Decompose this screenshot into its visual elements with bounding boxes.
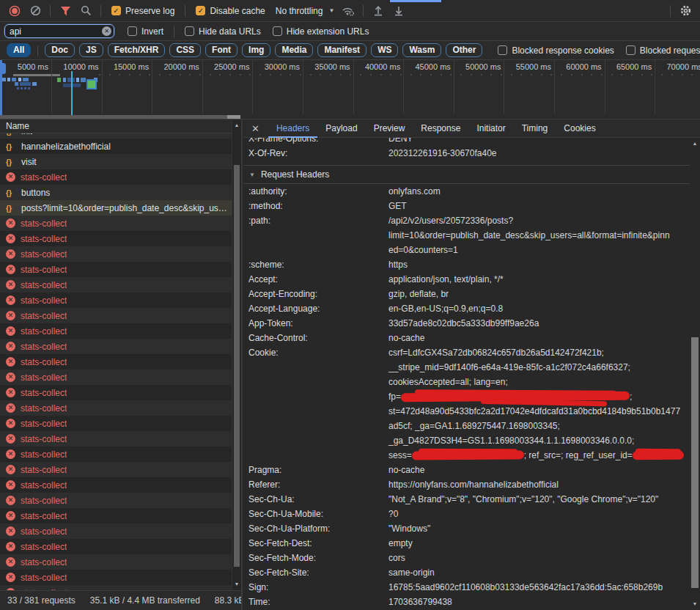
filter-input[interactable] — [4, 24, 114, 38]
request-row[interactable]: ✕stats-collect — [0, 416, 232, 431]
request-row[interactable]: ✕stats-collect — [0, 570, 232, 585]
tab-response[interactable]: Response — [413, 120, 468, 138]
filter-pill-manifest[interactable]: Manifest — [317, 43, 366, 57]
tab-headers[interactable]: Headers — [268, 120, 317, 138]
header-value: 202312261916-30670fa40e — [388, 146, 690, 161]
request-row[interactable]: {}hannahelizabethofficial — [0, 139, 232, 154]
tab-payload[interactable]: Payload — [317, 120, 365, 138]
request-row[interactable]: ✕stats-collect — [0, 354, 232, 370]
import-har-icon[interactable] — [370, 3, 386, 19]
request-row[interactable]: ✕stats-collect — [0, 169, 232, 185]
filter-pill-media[interactable]: Media — [275, 43, 313, 57]
filter-pill-other[interactable]: Other — [446, 43, 482, 57]
scroll-up-icon[interactable]: ▲ — [232, 121, 241, 130]
request-row[interactable]: ✕stats-collect — [0, 385, 232, 400]
throttling-value: No throttling — [276, 6, 323, 16]
request-row[interactable]: ✕stats-collect — [0, 216, 232, 231]
filter-pill-js[interactable]: JS — [79, 43, 103, 57]
request-row[interactable]: ✕stats-collect — [0, 246, 232, 262]
blocked-request-icon: ✕ — [6, 280, 15, 290]
checkbox-blocked-response-cookies[interactable]: Blocked response cookies — [498, 45, 614, 56]
close-icon[interactable]: ✕ — [251, 123, 259, 134]
scrollbar-thumb[interactable] — [691, 337, 699, 588]
filter-pill-ws[interactable]: WS — [371, 43, 398, 57]
selected-request-marker — [86, 79, 97, 89]
filter-icon[interactable] — [57, 3, 73, 19]
request-row[interactable]: ✕stats-collect — [0, 308, 232, 323]
filter-pill-doc[interactable]: Doc — [45, 43, 75, 57]
checkbox-check: ✓ — [196, 6, 205, 15]
clear-icon[interactable] — [27, 3, 43, 19]
divider — [185, 5, 185, 17]
requests-count: 33 / 381 requests — [7, 595, 75, 606]
request-name: buttons — [21, 188, 50, 198]
invert-checkbox[interactable]: Invert — [128, 26, 163, 37]
request-row[interactable]: ✕stats-collect — [0, 431, 232, 447]
request-row[interactable]: ✕stats-collect — [0, 447, 232, 462]
hide-data-urls-checkbox[interactable]: Hide data URLs — [185, 26, 261, 37]
throttling-dropdown[interactable]: No throttling ▼ — [276, 6, 335, 16]
request-row[interactable]: {}visit — [0, 154, 232, 169]
request-row[interactable]: ✕stats-collect — [0, 400, 232, 416]
request-row[interactable]: ✕stats-collect — [0, 493, 232, 508]
checkbox-blocked-requests[interactable]: Blocked requests — [626, 45, 700, 56]
settings-gear-icon[interactable] — [677, 3, 693, 19]
request-row[interactable]: {}init — [0, 133, 232, 139]
request-name: stats-collect — [21, 265, 67, 275]
clear-filter-icon[interactable]: ✕ — [102, 26, 111, 36]
scroll-up-icon[interactable]: ▲ — [690, 139, 700, 148]
requests-scrollbar[interactable]: ▲ ▼ — [232, 120, 241, 590]
blocked-request-icon: ✕ — [6, 419, 15, 428]
request-row[interactable]: ✕stats-collect — [0, 477, 232, 493]
timeline-tick-label: 35000 ms — [296, 62, 350, 71]
request-row[interactable]: {}posts?limit=10&order=publish_date_desc… — [0, 200, 232, 216]
request-row[interactable]: ✕stats-collect — [0, 539, 232, 554]
header-row: :method:GET — [244, 199, 690, 213]
request-row[interactable]: ✕stats-collect — [0, 523, 232, 539]
filter-pill-img[interactable]: Img — [242, 43, 270, 57]
tab-cookies[interactable]: Cookies — [556, 120, 603, 138]
request-row[interactable]: ✕stats-collect — [0, 339, 232, 354]
filter-pill-all[interactable]: All — [7, 43, 31, 57]
export-har-icon[interactable] — [391, 3, 407, 19]
timeline-tick-label: 40000 ms — [346, 62, 400, 71]
request-row[interactable]: {}buttons — [0, 185, 232, 200]
hide-data-urls-label: Hide data URLs — [199, 26, 261, 37]
request-name: stats-collect — [21, 311, 67, 321]
request-row[interactable]: ✕stats-collect — [0, 370, 232, 385]
name-column-header[interactable]: Name — [0, 120, 241, 133]
request-row[interactable]: ✕stats-collect — [0, 585, 232, 590]
tab-timing[interactable]: Timing — [514, 120, 556, 138]
search-icon[interactable] — [78, 3, 94, 19]
filter-pill-fetch-xhr[interactable]: Fetch/XHR — [108, 43, 166, 57]
scrollbar-thumb[interactable] — [0, 115, 227, 119]
scroll-down-icon[interactable]: ▼ — [232, 580, 241, 589]
record-icon[interactable] — [7, 3, 23, 19]
tab-preview[interactable]: Preview — [366, 120, 413, 138]
request-row[interactable]: ✕stats-collect — [0, 462, 232, 477]
scrollbar-thumb[interactable] — [234, 165, 240, 567]
request-row[interactable]: ✕stats-collect — [0, 231, 232, 246]
preserve-log-checkbox[interactable]: ✓ Preserve log — [111, 6, 174, 16]
filter-pill-wasm[interactable]: Wasm — [402, 43, 441, 57]
disable-cache-label: Disable cache — [210, 6, 265, 16]
request-row[interactable]: ✕stats-collect — [0, 508, 232, 523]
tab-initiator[interactable]: Initiator — [468, 120, 513, 138]
request-row[interactable]: ✕stats-collect — [0, 293, 232, 308]
disable-cache-checkbox[interactable]: ✓ Disable cache — [196, 6, 265, 16]
hide-extension-urls-checkbox[interactable]: Hide extension URLs — [273, 26, 369, 37]
header-value: https://onlyfans.com/hannahelizabethoffi… — [388, 477, 690, 492]
network-conditions-icon[interactable] — [340, 3, 356, 19]
scroll-down-icon[interactable]: ▼ — [690, 600, 700, 609]
timeline-scrollbar[interactable] — [0, 115, 242, 119]
request-headers-section[interactable]: ▼ Request Headers — [244, 165, 690, 184]
request-row[interactable]: ✕stats-collect — [0, 554, 232, 570]
name-column-label: Name — [6, 121, 29, 131]
timeline-overview[interactable]: 5000 ms10000 ms15000 ms20000 ms25000 ms3… — [0, 60, 700, 120]
details-scrollbar[interactable]: ▲ ▼ — [690, 138, 700, 610]
filter-pill-css[interactable]: CSS — [169, 43, 201, 57]
filter-pill-font[interactable]: Font — [205, 43, 237, 57]
request-row[interactable]: ✕stats-collect — [0, 277, 232, 293]
request-row[interactable]: ✕stats-collect — [0, 323, 232, 339]
request-row[interactable]: ✕stats-collect — [0, 262, 232, 277]
